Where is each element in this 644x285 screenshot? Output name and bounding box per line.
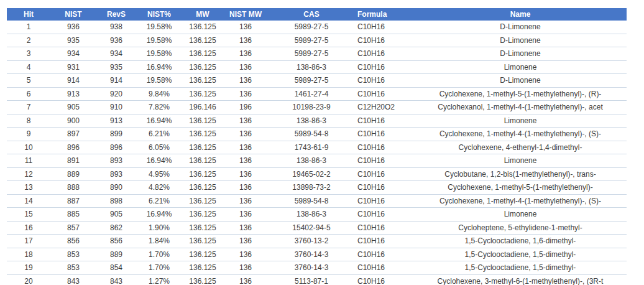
column-header-nist[interactable]: NIST bbox=[50, 8, 96, 21]
cell-mw: 136.125 bbox=[182, 74, 223, 88]
cell-hit: 5 bbox=[7, 74, 50, 88]
cell-nistmw: 136 bbox=[223, 141, 268, 154]
cell-nistpct: 19.58% bbox=[136, 21, 182, 34]
cell-formula: C10H16 bbox=[355, 47, 414, 61]
cell-formula: C10H16 bbox=[355, 87, 414, 101]
cell-name: Cyclohexene, 3-methyl-6-(1-methylethenyl… bbox=[414, 274, 627, 285]
cell-nistpct: 19.58% bbox=[136, 47, 182, 61]
cell-nist: 889 bbox=[50, 167, 96, 181]
cell-nistmw: 136 bbox=[223, 208, 268, 222]
table-row[interactable]: 393493419.58%136.1251365989-27-5C10H16D-… bbox=[7, 47, 627, 61]
table-row[interactable]: 1588590516.94%136.125136138-86-3C10H16Li… bbox=[7, 208, 627, 222]
cell-cas: 19465-02-2 bbox=[268, 167, 355, 181]
cell-nistpct: 16.94% bbox=[136, 154, 182, 168]
cell-name: Limonene bbox=[414, 60, 627, 74]
cell-cas: 5989-27-5 bbox=[268, 74, 355, 88]
library-search-results-panel: HitNISTRevSNIST%MWNIST MWCASFormulaName … bbox=[0, 0, 644, 285]
table-row[interactable]: 890091316.94%136.125136138-86-3C10H16Lim… bbox=[7, 114, 627, 128]
cell-revs: 913 bbox=[96, 114, 136, 128]
cell-hit: 19 bbox=[7, 261, 50, 275]
table-row[interactable]: 148878986.21%136.1251365989-54-8C10H16Cy… bbox=[7, 194, 627, 208]
table-row[interactable]: 493193516.94%136.125136138-86-3C10H16Lim… bbox=[7, 60, 627, 74]
cell-formula: C10H16 bbox=[355, 221, 414, 235]
cell-nistpct: 1.90% bbox=[136, 221, 182, 235]
cell-revs: 905 bbox=[96, 208, 136, 222]
table-row[interactable]: 1189189316.94%136.125136138-86-3C10H16Li… bbox=[7, 154, 627, 168]
cell-nistmw: 136 bbox=[223, 128, 268, 141]
cell-mw: 136.125 bbox=[182, 87, 223, 101]
cell-nist: 888 bbox=[50, 181, 96, 195]
table-row[interactable]: 591491419.58%136.1251365989-27-5C10H16D-… bbox=[7, 74, 627, 88]
cell-hit: 3 bbox=[7, 47, 50, 61]
cell-nistmw: 136 bbox=[223, 60, 268, 74]
cell-name: D-Limonene bbox=[414, 21, 627, 34]
cell-formula: C10H16 bbox=[355, 261, 414, 275]
cell-nist: 843 bbox=[50, 274, 96, 285]
cell-nistmw: 136 bbox=[223, 167, 268, 181]
cell-hit: 15 bbox=[7, 208, 50, 222]
cell-hit: 11 bbox=[7, 154, 50, 168]
cell-nistpct: 4.82% bbox=[136, 181, 182, 195]
cell-hit: 1 bbox=[7, 21, 50, 34]
cell-hit: 8 bbox=[7, 114, 50, 128]
cell-cas: 138-86-3 bbox=[268, 154, 355, 168]
cell-formula: C10H16 bbox=[355, 167, 414, 181]
cell-name: 1,5-Cyclooctadiene, 1,5-dimethyl- bbox=[414, 261, 627, 275]
cell-nistpct: 19.58% bbox=[136, 74, 182, 88]
cell-mw: 136.125 bbox=[182, 34, 223, 47]
table-row[interactable]: 168578621.90%136.12513615402-94-5C10H16C… bbox=[7, 221, 627, 235]
table-row[interactable]: 198538541.70%136.1251363760-14-3C10H161,… bbox=[7, 261, 627, 275]
cell-mw: 136.125 bbox=[182, 248, 223, 261]
table-row[interactable]: 178568561.84%136.1251363760-13-2C10H161,… bbox=[7, 235, 627, 248]
table-row[interactable]: 108968966.05%136.1251361743-61-9C10H16Cy… bbox=[7, 141, 627, 154]
cell-nist: 853 bbox=[50, 248, 96, 261]
column-header-mw[interactable]: MW bbox=[182, 8, 223, 21]
cell-nist: 887 bbox=[50, 194, 96, 208]
column-header-formula[interactable]: Formula bbox=[355, 8, 414, 21]
cell-cas: 5989-54-8 bbox=[268, 194, 355, 208]
table-row[interactable]: 98978996.21%136.1251365989-54-8C10H16Cyc… bbox=[7, 128, 627, 141]
cell-name: D-Limonene bbox=[414, 34, 627, 47]
cell-hit: 17 bbox=[7, 235, 50, 248]
cell-nistpct: 6.05% bbox=[136, 141, 182, 154]
cell-cas: 13898-73-2 bbox=[268, 181, 355, 195]
cell-cas: 138-86-3 bbox=[268, 208, 355, 222]
cell-revs: 856 bbox=[96, 235, 136, 248]
cell-formula: C10H16 bbox=[355, 235, 414, 248]
cell-cas: 5989-27-5 bbox=[268, 21, 355, 34]
table-row[interactable]: 188538891.70%136.1251363760-14-3C10H161,… bbox=[7, 248, 627, 261]
cell-name: Cyclohexene, 1-methyl-5-(1-methylethenyl… bbox=[414, 87, 627, 101]
table-row[interactable]: 208438431.27%136.1251365113-87-1C10H16Cy… bbox=[7, 274, 627, 285]
column-header-name[interactable]: Name bbox=[414, 8, 627, 21]
cell-nistmw: 136 bbox=[223, 248, 268, 261]
cell-revs: 910 bbox=[96, 101, 136, 114]
table-row[interactable]: 138888904.82%136.12513613898-73-2C10H16C… bbox=[7, 181, 627, 195]
cell-revs: 893 bbox=[96, 154, 136, 168]
cell-nist: 905 bbox=[50, 101, 96, 114]
column-header-nistmw[interactable]: NIST MW bbox=[223, 8, 268, 21]
cell-cas: 15402-94-5 bbox=[268, 221, 355, 235]
cell-nistmw: 136 bbox=[223, 194, 268, 208]
cell-cas: 5989-54-8 bbox=[268, 128, 355, 141]
cell-nist: 935 bbox=[50, 34, 96, 47]
column-header-cas[interactable]: CAS bbox=[268, 8, 355, 21]
cell-nist: 896 bbox=[50, 141, 96, 154]
cell-mw: 196.146 bbox=[182, 101, 223, 114]
cell-mw: 136.125 bbox=[182, 60, 223, 74]
table-row[interactable]: 69139209.84%136.1251361461-27-4C10H16Cyc… bbox=[7, 87, 627, 101]
table-row[interactable]: 193693819.58%136.1251365989-27-5C10H16D-… bbox=[7, 21, 627, 34]
cell-revs: 934 bbox=[96, 47, 136, 61]
table-row[interactable]: 293593619.58%136.1251365989-27-5C10H16D-… bbox=[7, 34, 627, 47]
column-header-nistpct[interactable]: NIST% bbox=[136, 8, 182, 21]
cell-cas: 3760-14-3 bbox=[268, 261, 355, 275]
column-header-revs[interactable]: RevS bbox=[96, 8, 136, 21]
cell-nistmw: 136 bbox=[223, 221, 268, 235]
cell-hit: 4 bbox=[7, 60, 50, 74]
table-row[interactable]: 128898934.95%136.12513619465-02-2C10H16C… bbox=[7, 167, 627, 181]
cell-revs: 938 bbox=[96, 21, 136, 34]
table-row[interactable]: 79059107.82%196.14619610198-23-9C12H20O2… bbox=[7, 101, 627, 114]
cell-formula: C10H16 bbox=[355, 128, 414, 141]
column-header-hit[interactable]: Hit bbox=[7, 8, 50, 21]
cell-nistpct: 1.84% bbox=[136, 235, 182, 248]
cell-formula: C10H16 bbox=[355, 208, 414, 222]
